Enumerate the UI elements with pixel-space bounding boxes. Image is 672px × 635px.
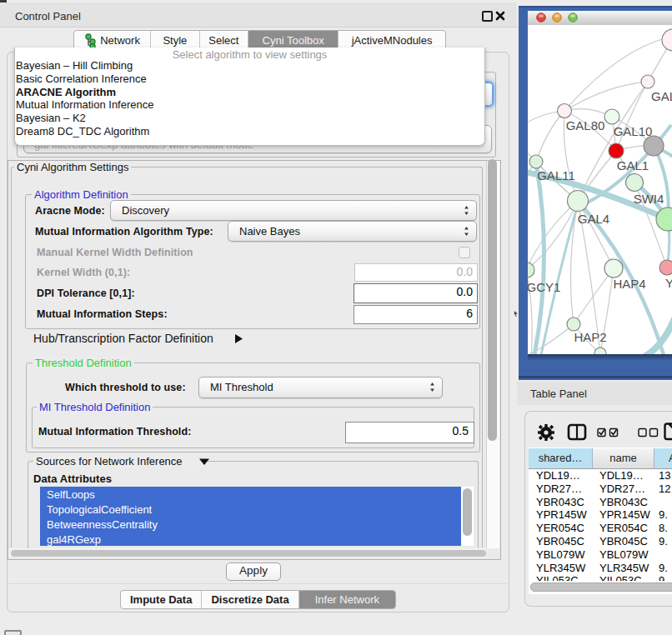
svg-text:YE: YE [665, 276, 672, 290]
svg-text:HAP2: HAP2 [574, 330, 606, 344]
svg-text:GAL80: GAL80 [566, 118, 605, 132]
svg-text:GAL10: GAL10 [614, 124, 653, 138]
svg-text:HAP4: HAP4 [613, 277, 645, 291]
svg-text:SWI4: SWI4 [634, 192, 664, 206]
svg-text:GAL7: GAL7 [651, 89, 672, 103]
svg-text:GAL4: GAL4 [578, 212, 609, 226]
svg-text:GAL1: GAL1 [617, 158, 649, 172]
svg-text:GCY1: GCY1 [528, 280, 560, 294]
svg-text:GAL11: GAL11 [537, 168, 575, 182]
